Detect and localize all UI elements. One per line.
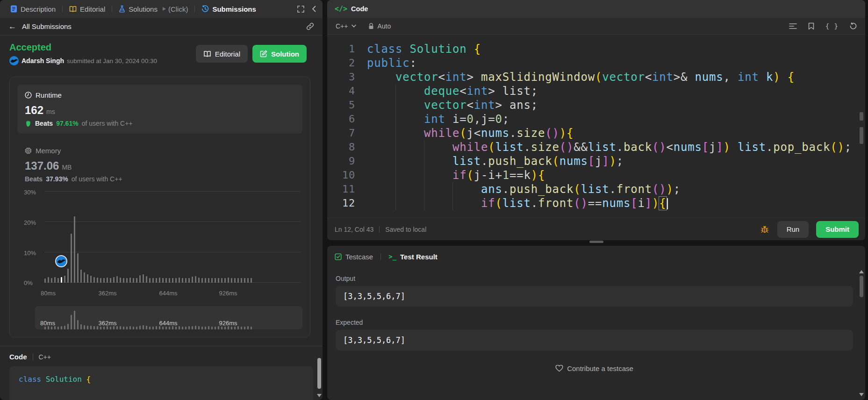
- histogram-bar[interactable]: [244, 278, 245, 283]
- histogram-bar[interactable]: [152, 278, 154, 283]
- histogram-bar[interactable]: [247, 278, 249, 283]
- user-runtime-bar[interactable]: [61, 277, 62, 283]
- histogram-bar[interactable]: [215, 278, 216, 283]
- editor-scrollbar-mark[interactable]: [860, 127, 863, 144]
- histogram-bar[interactable]: [165, 278, 167, 283]
- histogram-bar[interactable]: [139, 275, 141, 283]
- histogram-bar[interactable]: [146, 276, 147, 283]
- scrollbar-down-arrow[interactable]: [859, 393, 864, 396]
- histogram-bar[interactable]: [107, 278, 108, 283]
- histogram-bar[interactable]: [169, 278, 170, 283]
- histogram-bar[interactable]: [149, 278, 151, 283]
- histogram-bar[interactable]: [71, 234, 72, 283]
- histogram-bar[interactable]: [93, 277, 95, 283]
- bookmark-icon[interactable]: [808, 22, 814, 30]
- histogram-bar[interactable]: [182, 278, 183, 283]
- reset-code-icon[interactable]: [850, 22, 857, 29]
- histogram-bar[interactable]: [64, 276, 65, 283]
- histogram-bar[interactable]: [74, 216, 75, 283]
- histogram-bar[interactable]: [90, 276, 92, 283]
- histogram-bar[interactable]: [77, 253, 79, 283]
- histogram-bar[interactable]: [224, 278, 226, 283]
- histogram-bar[interactable]: [231, 278, 232, 283]
- histogram-bar[interactable]: [241, 278, 242, 283]
- histogram-bar[interactable]: [175, 278, 177, 283]
- histogram-bar[interactable]: [162, 278, 164, 283]
- histogram-bar[interactable]: [143, 274, 144, 283]
- tab-description[interactable]: Description: [10, 5, 56, 13]
- histogram-bar[interactable]: [192, 277, 193, 283]
- back-arrow-icon[interactable]: ←: [8, 22, 16, 31]
- histogram-bar[interactable]: [87, 274, 88, 283]
- histogram-bar[interactable]: [205, 278, 206, 283]
- distribution-minimap-brush[interactable]: 80ms 362ms 644ms 926ms: [35, 306, 302, 329]
- panel-resize-handle[interactable]: [589, 241, 603, 243]
- histogram-bar[interactable]: [103, 278, 105, 283]
- left-panel-scrollbar[interactable]: [317, 19, 322, 399]
- histogram-bar[interactable]: [48, 277, 49, 283]
- language-select[interactable]: C++: [336, 22, 356, 30]
- histogram-bar[interactable]: [237, 278, 239, 283]
- copy-link-icon[interactable]: [306, 22, 314, 30]
- histogram-bar[interactable]: [185, 278, 187, 283]
- tab-submissions[interactable]: Submissions: [201, 5, 256, 13]
- histogram-bar[interactable]: [195, 276, 196, 283]
- histogram-bar[interactable]: [113, 277, 115, 283]
- submit-button[interactable]: Submit: [816, 221, 859, 238]
- scrollbar-up-arrow[interactable]: [859, 270, 864, 273]
- tab-test-result[interactable]: >_ Test Result: [388, 253, 438, 261]
- avatar[interactable]: [9, 56, 19, 65]
- tab-solutions[interactable]: Solutions: [119, 5, 158, 13]
- histogram-bar[interactable]: [133, 278, 134, 283]
- debugger-bug-icon[interactable]: [760, 225, 770, 234]
- histogram-bar[interactable]: [159, 278, 160, 283]
- tab-editorial[interactable]: Editorial: [69, 5, 105, 13]
- histogram-bar[interactable]: [172, 278, 173, 283]
- histogram-bar[interactable]: [120, 278, 121, 283]
- histogram-bar[interactable]: [57, 278, 59, 283]
- tab-click-hint[interactable]: (Click): [162, 5, 188, 13]
- code-editor[interactable]: 1class Solution {2public:3 vector<int> m…: [327, 35, 865, 218]
- histogram-bar[interactable]: [44, 279, 46, 283]
- histogram-bar[interactable]: [179, 278, 180, 283]
- author-name[interactable]: Adarsh Singh: [22, 57, 64, 64]
- memory-stat-card[interactable]: Memory 137.06 MB Beats 37.93% of users w…: [17, 147, 302, 183]
- histogram-bar[interactable]: [201, 278, 203, 283]
- histogram-bar[interactable]: [123, 278, 124, 283]
- histogram-bar[interactable]: [51, 278, 52, 283]
- histogram-bar[interactable]: [136, 278, 137, 283]
- run-button[interactable]: Run: [777, 221, 809, 238]
- histogram-bar[interactable]: [188, 278, 190, 283]
- braces-icon[interactable]: { }: [825, 22, 839, 30]
- histogram-bar[interactable]: [129, 278, 131, 283]
- histogram-bar[interactable]: [54, 277, 56, 283]
- histogram-bar[interactable]: [97, 278, 98, 283]
- tab-testcase[interactable]: Testcase: [335, 253, 373, 261]
- histogram-bar[interactable]: [80, 270, 82, 283]
- histogram-bar[interactable]: [211, 278, 213, 283]
- collapse-panel-icon[interactable]: [312, 6, 316, 12]
- runtime-stat-card[interactable]: Runtime 162 ms Beats 97.61% of users wit…: [17, 85, 302, 134]
- contribute-testcase-link[interactable]: Contribute a testcase: [336, 364, 853, 372]
- histogram-bar[interactable]: [100, 278, 101, 283]
- histogram-bar[interactable]: [110, 278, 111, 283]
- scrollbar-down-arrow[interactable]: [317, 394, 322, 397]
- histogram-bar[interactable]: [228, 278, 229, 283]
- solution-button[interactable]: Solution: [252, 45, 307, 63]
- histogram-bar[interactable]: [221, 278, 222, 283]
- histogram-bar[interactable]: [126, 278, 128, 283]
- fullscreen-icon[interactable]: [297, 6, 304, 13]
- editor-scrollbar-mark[interactable]: [860, 112, 863, 121]
- histogram-bar[interactable]: [198, 278, 200, 283]
- histogram-bar[interactable]: [234, 278, 236, 283]
- histogram-bar[interactable]: [156, 278, 157, 283]
- histogram-bar[interactable]: [251, 278, 252, 283]
- histogram-bar[interactable]: [67, 269, 69, 283]
- scrollbar-thumb[interactable]: [317, 358, 321, 389]
- histogram-bar[interactable]: [84, 272, 85, 283]
- console-scrollbar[interactable]: [859, 269, 864, 398]
- histogram-bar[interactable]: [218, 278, 219, 283]
- scrollbar-thumb[interactable]: [860, 276, 863, 297]
- format-code-icon[interactable]: [789, 23, 797, 29]
- autocomplete-toggle[interactable]: Auto: [368, 22, 391, 30]
